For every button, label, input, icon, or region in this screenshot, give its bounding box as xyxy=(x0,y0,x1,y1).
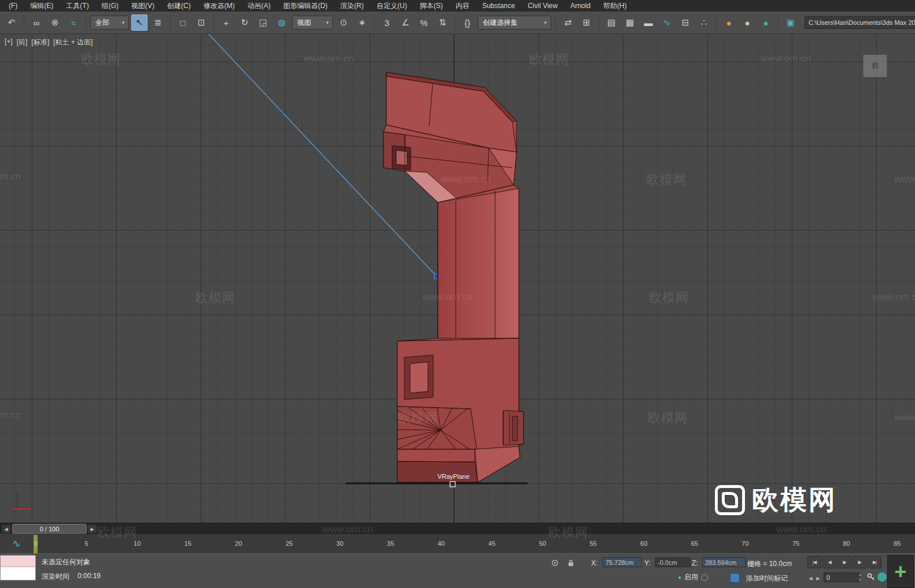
render-frame-window-icon[interactable]: ● xyxy=(739,14,755,31)
percent-snap-icon[interactable]: % xyxy=(416,14,432,31)
timeline-tick-label: 25 xyxy=(286,540,293,547)
render-production-icon[interactable]: ● xyxy=(758,14,774,31)
project-folder-icon[interactable]: ▣ xyxy=(783,14,799,31)
frame-back-spinner[interactable]: ◀ xyxy=(807,574,814,582)
add-time-tag-button[interactable]: 添加时间标记 xyxy=(746,574,788,583)
bind-spacewarp-icon[interactable]: ≈ xyxy=(65,14,82,31)
menu-item-civil-view[interactable]: Civil View xyxy=(521,0,564,12)
go-to-start-button[interactable]: |◀ xyxy=(807,556,821,568)
menu-item-tools[interactable]: 工具(T) xyxy=(60,0,95,12)
menu-item-views[interactable]: 视图(V) xyxy=(125,0,161,12)
select-link-icon[interactable]: ∞ xyxy=(28,14,45,31)
frame-field-spinner[interactable]: ▲▼ xyxy=(858,572,864,582)
time-slider-next-button[interactable]: ▶ xyxy=(87,524,97,534)
menu-item-group[interactable]: 组(G) xyxy=(95,0,125,12)
viewport-menu-pov[interactable]: [前] xyxy=(17,38,28,47)
reference-coordinate-dropdown[interactable]: 视图▼ xyxy=(292,16,333,29)
rect-selection-region-icon[interactable]: □ xyxy=(175,14,191,31)
select-by-name-icon[interactable]: ≣ xyxy=(150,14,166,31)
rotate-icon[interactable]: ↻ xyxy=(237,14,253,31)
ribbon-toggle-icon[interactable]: ▬ xyxy=(640,14,656,31)
curve-editor-icon[interactable]: ∿ xyxy=(659,14,675,31)
enable-toggle-group[interactable]: ● 启用 ◯ xyxy=(678,572,708,582)
mini-curve-editor-button[interactable]: ∿ xyxy=(0,534,34,553)
add-create-button[interactable]: + xyxy=(887,555,914,588)
lock-selection-icon[interactable] xyxy=(565,557,577,568)
timeline-tick-label: 10 xyxy=(134,540,141,547)
timeline-tick-label: 0 xyxy=(34,540,38,547)
time-slider-handle[interactable]: 0 / 100 xyxy=(12,524,87,534)
named-selection-sets-dropdown[interactable]: 创建选择集▼ xyxy=(478,16,551,29)
time-slider-track[interactable]: ◀ 0 / 100 ▶ xyxy=(0,523,915,535)
menu-item-scripting[interactable]: 脚本(S) xyxy=(414,0,449,12)
menu-item-create[interactable]: 创建(C) xyxy=(161,0,197,12)
macro-recorder-field[interactable] xyxy=(1,556,35,567)
select-manipulate-icon[interactable]: ∗ xyxy=(354,14,370,31)
x-coordinate-field[interactable] xyxy=(603,557,642,567)
z-coordinate-field[interactable] xyxy=(702,557,746,567)
viewport-menu-general[interactable]: [+] xyxy=(5,38,13,47)
selection-status-text: 未选定任何对象 xyxy=(42,557,90,567)
mirror-icon[interactable]: ⇄ xyxy=(560,14,576,31)
chevron-down-icon: ▼ xyxy=(325,20,330,25)
maxscript-mini-listener[interactable] xyxy=(0,555,36,580)
menu-item-graph-editors[interactable]: 图形编辑器(D) xyxy=(277,0,334,12)
project-path-field[interactable] xyxy=(805,16,915,29)
unlink-icon[interactable]: ⊗ xyxy=(47,14,63,31)
schematic-view-icon[interactable]: ⊟ xyxy=(677,14,693,31)
render-setup-icon[interactable]: ● xyxy=(721,14,737,31)
edit-named-selections-icon[interactable]: {} xyxy=(459,14,475,31)
selection-filter-dropdown[interactable]: 全部▼ xyxy=(90,16,129,29)
align-icon[interactable]: ⊞ xyxy=(578,14,595,31)
menu-item-help[interactable]: 帮助(H) xyxy=(597,0,633,12)
play-button[interactable]: ▶ xyxy=(837,556,851,568)
set-key-cube-icon[interactable] xyxy=(730,573,740,583)
toolbar-separator xyxy=(213,15,214,30)
menu-item-content[interactable]: 内容 xyxy=(449,0,476,12)
previous-frame-button[interactable]: ◀ xyxy=(822,556,836,568)
window-crossing-icon[interactable]: ⊡ xyxy=(193,14,209,31)
undo-icon[interactable]: ↶ xyxy=(3,14,20,31)
spinner-snap-icon[interactable]: ⇅ xyxy=(434,14,451,31)
key-mode-ring-icon[interactable]: ◯ xyxy=(701,574,708,581)
angle-snap-icon[interactable]: ∠ xyxy=(397,14,414,31)
world-space-icon[interactable] xyxy=(877,572,887,582)
viewcube-front-face[interactable]: 前 xyxy=(863,54,887,77)
current-frame-field[interactable] xyxy=(824,572,859,582)
chevron-down-icon: ▼ xyxy=(121,20,126,25)
key-filters-icon[interactable] xyxy=(866,572,876,582)
select-object-icon[interactable]: ↖ xyxy=(131,14,147,31)
move-icon[interactable]: + xyxy=(218,14,234,31)
isolate-selection-icon[interactable] xyxy=(548,557,561,568)
scene-explorer-icon[interactable]: ▤ xyxy=(603,14,619,31)
3dsmax-window: { "menu_bar": { "items": [ {"id":"file",… xyxy=(0,0,915,588)
select-place-icon[interactable]: ◍ xyxy=(274,14,290,31)
frame-forward-spinner[interactable]: ▶ xyxy=(815,574,821,582)
toolbar-separator xyxy=(599,15,599,30)
timeline-tick-label: 75 xyxy=(792,540,799,547)
menu-item-edit[interactable]: 编辑(E) xyxy=(24,0,60,12)
scale-icon[interactable]: ◲ xyxy=(255,14,271,31)
layer-explorer-icon[interactable]: ▦ xyxy=(622,14,638,31)
y-coordinate-field[interactable] xyxy=(655,557,691,567)
use-pivot-center-icon[interactable]: ⊙ xyxy=(335,14,352,31)
menu-item-substance[interactable]: Substance xyxy=(476,0,522,12)
menu-item-file[interactable]: (F) xyxy=(2,0,24,12)
model-object[interactable] xyxy=(383,72,523,482)
snap-toggle-3d-icon[interactable]: 3 xyxy=(379,14,395,31)
chevron-down-icon: ▼ xyxy=(543,20,548,25)
menu-item-animation[interactable]: 动画(A) xyxy=(241,0,277,12)
viewport-canvas[interactable]: [+] [前] [标准] [粘土 + 边面] xyxy=(0,34,915,523)
viewport-menu-perview[interactable]: [标准] xyxy=(31,38,49,47)
menu-item-arnold[interactable]: Arnold xyxy=(564,0,597,12)
menu-item-customize[interactable]: 自定义(U) xyxy=(370,0,414,12)
time-slider-prev-button[interactable]: ◀ xyxy=(1,524,11,534)
menu-item-rendering[interactable]: 渲染(R) xyxy=(334,0,370,12)
material-editor-icon[interactable]: ∴ xyxy=(696,14,712,31)
menu-item-modifiers[interactable]: 修改器(M) xyxy=(197,0,241,12)
next-frame-button[interactable]: ▶ xyxy=(853,556,866,568)
go-to-end-button[interactable]: ▶| xyxy=(868,556,881,568)
timeline-ruler[interactable]: 0510152025303540455055606570758085 xyxy=(33,534,915,554)
enable-status-dot: ● xyxy=(678,574,681,580)
viewport-menu-shading[interactable]: [粘土 + 边面] xyxy=(53,38,93,47)
